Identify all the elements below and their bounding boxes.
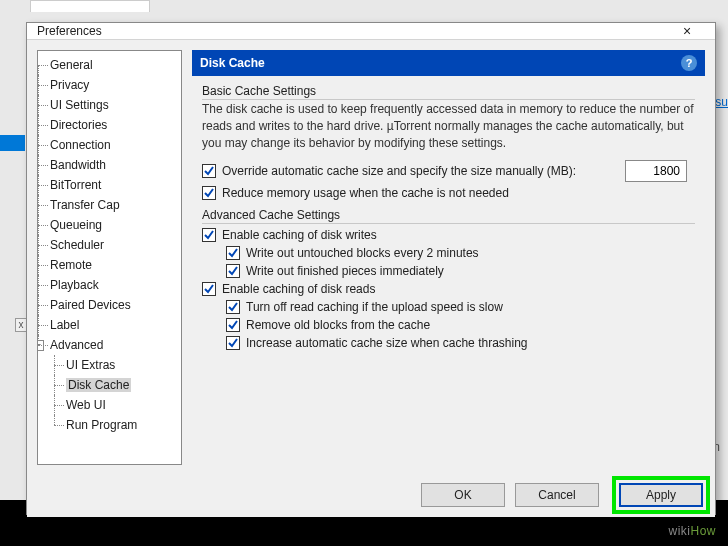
settings-pane: Disk Cache ? Basic Cache Settings The di… — [192, 50, 705, 465]
apply-button[interactable]: Apply — [619, 483, 703, 507]
enable-reads-label: Enable caching of disk reads — [222, 282, 375, 296]
reduce-memory-checkbox[interactable] — [202, 186, 216, 200]
enable-reads-checkbox[interactable] — [202, 282, 216, 296]
turnoff-read-checkbox[interactable] — [226, 300, 240, 314]
tree-item-bittorrent[interactable]: BitTorrent — [50, 175, 181, 195]
tree-item-scheduler[interactable]: Scheduler — [50, 235, 181, 255]
tree-item-ui-extras[interactable]: UI Extras — [66, 355, 181, 375]
remove-old-checkbox[interactable] — [226, 318, 240, 332]
tree-item-privacy[interactable]: Privacy — [50, 75, 181, 95]
write-untouched-label: Write out untouched blocks every 2 minut… — [246, 246, 479, 260]
tree-item-playback[interactable]: Playback — [50, 275, 181, 295]
tree-item-queueing[interactable]: Queueing — [50, 215, 181, 235]
close-icon[interactable]: × — [667, 23, 707, 39]
button-row: OK Cancel Apply — [27, 475, 715, 517]
tree-item-paired-devices[interactable]: Paired Devices — [50, 295, 181, 315]
override-cache-label: Override automatic cache size and specif… — [222, 164, 576, 178]
tree-item-bandwidth[interactable]: Bandwidth — [50, 155, 181, 175]
tree-item-label[interactable]: Label — [50, 315, 181, 335]
background-tab — [30, 0, 150, 12]
enable-writes-checkbox[interactable] — [202, 228, 216, 242]
override-cache-checkbox[interactable] — [202, 164, 216, 178]
increase-auto-label: Increase automatic cache size when cache… — [246, 336, 528, 350]
enable-writes-label: Enable caching of disk writes — [222, 228, 377, 242]
tree-item-directories[interactable]: Directories — [50, 115, 181, 135]
ok-button[interactable]: OK — [421, 483, 505, 507]
tree-item-connection[interactable]: Connection — [50, 135, 181, 155]
cancel-button[interactable]: Cancel — [515, 483, 599, 507]
help-icon[interactable]: ? — [681, 55, 697, 71]
preferences-dialog: Preferences × General Privacy UI Setting… — [26, 22, 716, 515]
write-finished-checkbox[interactable] — [226, 264, 240, 278]
category-tree[interactable]: General Privacy UI Settings Directories … — [37, 50, 182, 465]
advanced-group-title: Advanced Cache Settings — [202, 208, 695, 224]
turnoff-read-label: Turn off read caching if the upload spee… — [246, 300, 503, 314]
tree-item-advanced[interactable]: − Advanced UI Extras Disk Cache Web UI R… — [50, 335, 181, 435]
tree-item-transfer-cap[interactable]: Transfer Cap — [50, 195, 181, 215]
tree-item-web-ui[interactable]: Web UI — [66, 395, 181, 415]
titlebar: Preferences × — [27, 23, 715, 40]
basic-description: The disk cache is used to keep frequentl… — [202, 101, 695, 152]
tree-item-run-program[interactable]: Run Program — [66, 415, 181, 435]
tree-item-general[interactable]: General — [50, 55, 181, 75]
tree-item-ui-settings[interactable]: UI Settings — [50, 95, 181, 115]
basic-group-title: Basic Cache Settings — [202, 84, 695, 100]
cache-size-input[interactable] — [625, 160, 687, 182]
remove-old-label: Remove old blocks from the cache — [246, 318, 430, 332]
increase-auto-checkbox[interactable] — [226, 336, 240, 350]
reduce-memory-label: Reduce memory usage when the cache is no… — [222, 186, 509, 200]
dialog-title: Preferences — [37, 24, 102, 38]
pane-title: Disk Cache — [200, 56, 265, 70]
wikihow-watermark: wikiHow — [668, 522, 716, 538]
tree-item-remote[interactable]: Remote — [50, 255, 181, 275]
tree-item-disk-cache[interactable]: Disk Cache — [66, 375, 181, 395]
expand-icon[interactable]: − — [37, 340, 44, 351]
pane-header: Disk Cache ? — [192, 50, 705, 76]
background-sidebar-highlight — [0, 135, 25, 151]
write-untouched-checkbox[interactable] — [226, 246, 240, 260]
apply-highlight: Apply — [612, 476, 710, 514]
write-finished-label: Write out finished pieces immediately — [246, 264, 444, 278]
